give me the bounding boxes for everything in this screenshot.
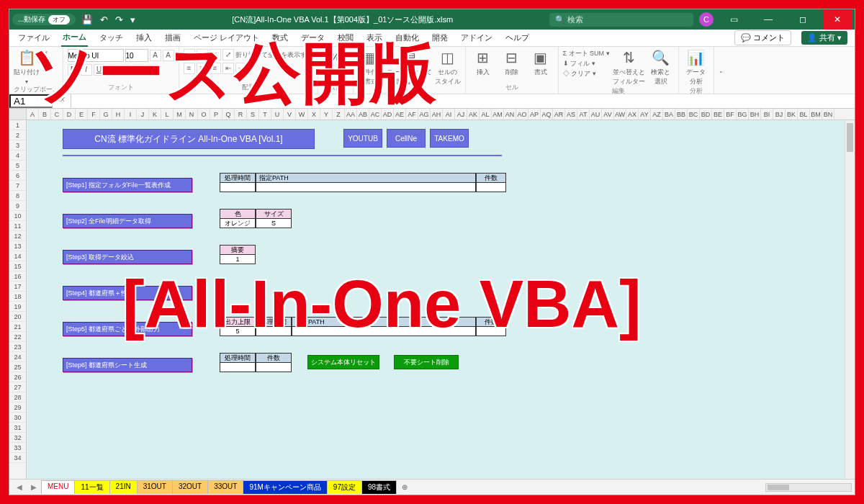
- column-header[interactable]: A: [27, 109, 39, 120]
- row-header[interactable]: 13: [9, 241, 26, 251]
- tab-addin[interactable]: アドイン: [459, 30, 494, 46]
- row-header[interactable]: 22: [9, 332, 26, 342]
- column-header[interactable]: BF: [724, 109, 737, 120]
- column-header[interactable]: AQ: [541, 109, 553, 120]
- row-header[interactable]: 33: [9, 443, 26, 453]
- formula-input[interactable]: [71, 94, 855, 108]
- paste-button[interactable]: 📋貼り付け▾: [14, 49, 40, 85]
- step3-button[interactable]: [Step3] 取得データ絞込: [63, 250, 192, 264]
- column-header[interactable]: BM: [810, 109, 822, 120]
- column-header[interactable]: AC: [369, 109, 382, 120]
- column-header[interactable]: AU: [590, 109, 602, 120]
- tab-view[interactable]: 表示: [365, 30, 384, 46]
- cellne-button[interactable]: CellNe: [387, 129, 426, 148]
- column-header[interactable]: AJ: [455, 109, 467, 120]
- column-header[interactable]: V: [284, 109, 296, 120]
- align-center-icon[interactable]: ≡: [197, 63, 208, 74]
- decrease-font-icon[interactable]: A: [163, 50, 174, 61]
- column-header[interactable]: BJ: [773, 109, 786, 120]
- column-header[interactable]: C: [51, 109, 63, 120]
- tab-data[interactable]: データ: [300, 30, 326, 46]
- row-header[interactable]: 5: [9, 161, 26, 171]
- column-header[interactable]: AH: [431, 109, 443, 120]
- name-box[interactable]: [9, 94, 53, 108]
- step5-button[interactable]: [Step5] 都道府県ごとに外部出力: [63, 322, 192, 336]
- undo-icon[interactable]: ↶: [100, 14, 108, 25]
- font-family-select[interactable]: [68, 49, 124, 62]
- row-header[interactable]: 4: [9, 150, 26, 161]
- row-header[interactable]: 26: [9, 372, 26, 382]
- increase-font-icon[interactable]: A: [150, 50, 161, 61]
- column-header[interactable]: AW: [614, 109, 626, 120]
- fill-color-icon[interactable]: ⬒: [120, 64, 131, 76]
- step6-button[interactable]: [Step6] 都道府県シート生成: [63, 358, 192, 372]
- row-header[interactable]: 24: [9, 352, 26, 362]
- row-header[interactable]: 20: [9, 312, 26, 322]
- autosum-button[interactable]: Σ オート SUM ▾: [563, 49, 610, 58]
- column-header[interactable]: K: [149, 109, 161, 120]
- column-header[interactable]: AB: [357, 109, 369, 120]
- column-header[interactable]: L: [161, 109, 174, 120]
- close-icon[interactable]: ✕: [823, 9, 852, 30]
- border-icon[interactable]: ▦: [107, 64, 118, 76]
- sheet-tab[interactable]: 21IN: [109, 480, 138, 494]
- save-icon[interactable]: 💾: [81, 14, 93, 25]
- row-header[interactable]: 19: [9, 302, 26, 312]
- sheet-tab[interactable]: 33OUT: [207, 480, 243, 494]
- analyze-button[interactable]: 📊データ 分析: [683, 49, 709, 86]
- phonetic-icon[interactable]: ｱ: [145, 64, 157, 76]
- row-header[interactable]: 14: [9, 251, 26, 261]
- tab-develop[interactable]: 開発: [431, 30, 449, 46]
- column-header[interactable]: AO: [516, 109, 528, 120]
- sheet-tab[interactable]: 32OUT: [172, 480, 208, 494]
- column-header[interactable]: S: [247, 109, 259, 120]
- format-cells-button[interactable]: ▣書式: [528, 49, 554, 77]
- column-header[interactable]: Y: [320, 109, 333, 120]
- column-header[interactable]: BK: [786, 109, 798, 120]
- column-header[interactable]: AK: [467, 109, 480, 120]
- column-header[interactable]: P: [210, 109, 222, 120]
- autosave-toggle[interactable]: ...動保存 オフ: [12, 14, 76, 25]
- orientation-icon[interactable]: ⤢: [222, 49, 234, 60]
- row-header[interactable]: 8: [9, 191, 26, 201]
- align-top-icon[interactable]: ≡: [184, 49, 195, 60]
- row-header[interactable]: 30: [9, 413, 26, 423]
- conditional-format-button[interactable]: ▦条件付き 書式: [358, 49, 384, 86]
- table-format-button[interactable]: ▤テーブルとして 書式設定: [387, 49, 432, 86]
- column-header[interactable]: AX: [626, 109, 639, 120]
- column-header[interactable]: M: [174, 109, 186, 120]
- align-right-icon[interactable]: ≡: [210, 63, 221, 74]
- format-painter-icon[interactable]: 🖌: [42, 65, 50, 72]
- column-header[interactable]: BG: [737, 109, 749, 120]
- sheet-tab[interactable]: 97設定: [327, 480, 362, 494]
- row-header[interactable]: 28: [9, 392, 26, 402]
- column-header[interactable]: AZ: [651, 109, 663, 120]
- row-header[interactable]: 18: [9, 292, 26, 302]
- column-header[interactable]: AS: [565, 109, 577, 120]
- align-middle-icon[interactable]: ≡: [197, 49, 208, 60]
- select-all-corner[interactable]: [9, 109, 27, 120]
- row-header[interactable]: 29: [9, 402, 26, 413]
- column-header[interactable]: O: [198, 109, 210, 120]
- row-header[interactable]: 27: [9, 382, 26, 392]
- collapse-ribbon-icon[interactable]: ⌄: [719, 68, 724, 74]
- reset-system-button[interactable]: システム本体リセット: [307, 355, 379, 369]
- row-header[interactable]: 7: [9, 181, 26, 191]
- column-header[interactable]: Q: [222, 109, 235, 120]
- share-button[interactable]: 👤 共有 ▾: [801, 31, 847, 45]
- column-header[interactable]: BE: [712, 109, 724, 120]
- column-header[interactable]: AE: [394, 109, 406, 120]
- column-header[interactable]: AT: [577, 109, 590, 120]
- column-header[interactable]: BB: [675, 109, 688, 120]
- row-header[interactable]: 34: [9, 453, 26, 463]
- column-header[interactable]: AN: [504, 109, 516, 120]
- step1-button[interactable]: [Step1] 指定フォルダFile一覧表作成: [63, 178, 192, 192]
- wrap-text-button[interactable]: 折り返して全体を表示する: [235, 50, 313, 60]
- column-header[interactable]: AV: [602, 109, 614, 120]
- new-sheet-button[interactable]: ⊕: [396, 483, 413, 491]
- tab-review[interactable]: 校閲: [336, 30, 355, 46]
- sheet-tab[interactable]: 31OUT: [137, 480, 173, 494]
- tab-formula[interactable]: 数式: [271, 30, 289, 46]
- row-header[interactable]: 2: [9, 130, 26, 140]
- column-header[interactable]: AY: [639, 109, 651, 120]
